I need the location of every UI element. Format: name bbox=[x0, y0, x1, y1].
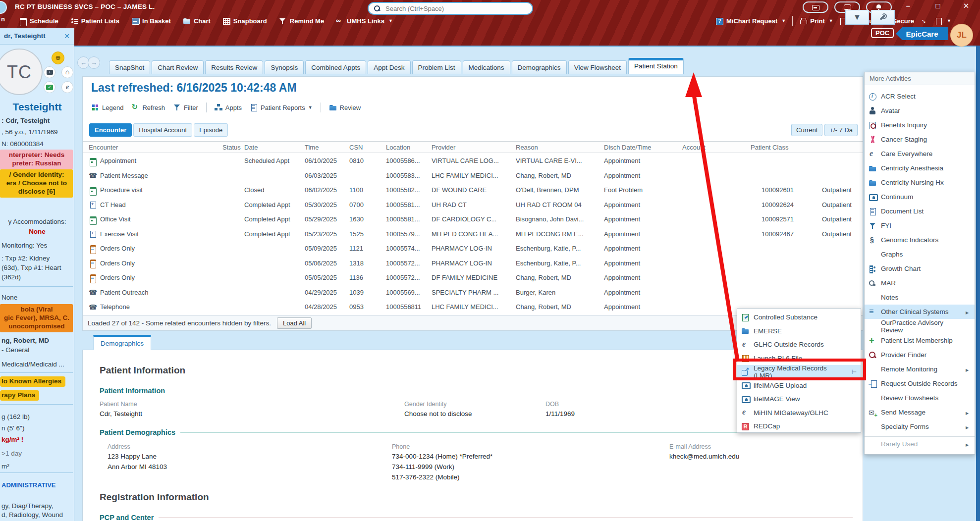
encounter-row[interactable]: Appointment Scheduled Appt 06/10/2025 08… bbox=[83, 154, 863, 168]
activity-tab[interactable]: View Flowsheet bbox=[568, 60, 627, 74]
inbasket-pill-button[interactable] bbox=[803, 1, 828, 13]
menu-item[interactable]: ACR Select bbox=[865, 89, 975, 104]
tab-demographics-report[interactable]: Demographics bbox=[93, 335, 151, 350]
menu-item[interactable]: Centricity Nursing Hx bbox=[865, 175, 975, 190]
activity-tab[interactable]: Results Review bbox=[205, 60, 263, 74]
toolbar-item[interactable]: UMHS Links ▼ bbox=[336, 17, 393, 25]
menu-item[interactable]: Rarely Used bbox=[865, 436, 975, 451]
menu-item[interactable]: Notes bbox=[865, 290, 975, 305]
menu-item[interactable]: Other Clinical Systems bbox=[865, 305, 975, 319]
activity-tab[interactable]: Demographics bbox=[512, 60, 567, 74]
menu-item[interactable]: Send Message bbox=[865, 405, 975, 419]
menu-item[interactable]: Avatar bbox=[865, 104, 975, 118]
interpreter-alert[interactable]: nterpreter: Needspreter: Russian bbox=[0, 150, 73, 169]
menu-item[interactable]: Continuum bbox=[865, 190, 975, 204]
encounter-row[interactable]: Office Visit Completed Appt 05/29/2025 1… bbox=[83, 212, 863, 227]
care-everywhere-icon[interactable]: e bbox=[61, 81, 73, 93]
column-header[interactable]: Disch Date/Time bbox=[604, 144, 682, 151]
more-activities-dropdown-button[interactable]: ▼ bbox=[845, 10, 869, 25]
submenu-item[interactable]: Controlled Substance ⊣ bbox=[737, 311, 861, 324]
date-range-button[interactable]: +/- 7 Da bbox=[824, 124, 858, 136]
user-avatar[interactable]: JL bbox=[950, 24, 973, 47]
customize-wrench-button[interactable] bbox=[871, 10, 895, 25]
column-header[interactable]: Location bbox=[386, 144, 432, 151]
switch-workspace-button[interactable]: ▼ bbox=[935, 17, 951, 25]
encounter-row[interactable]: Patient Outreach 04/29/2025 1039 1000556… bbox=[83, 285, 863, 300]
column-header[interactable]: Time bbox=[305, 144, 349, 151]
menu-item[interactable]: Patient List Membership bbox=[865, 333, 975, 348]
forward-arrow-button[interactable]: → bbox=[88, 56, 100, 69]
verified-monitor-icon[interactable]: ✓ bbox=[44, 81, 55, 93]
menu-item[interactable]: OurPractice Advisory Review bbox=[865, 319, 975, 333]
encounter-tool-button[interactable]: Appts ▼ bbox=[215, 104, 242, 111]
activity-tab[interactable]: Appt Desk bbox=[368, 60, 410, 74]
encounter-tool-button[interactable]: Patient Reports ▼ bbox=[250, 103, 321, 112]
close-button[interactable]: ✕ bbox=[959, 1, 974, 10]
encounter-type-tab[interactable]: Episode bbox=[194, 123, 228, 137]
submenu-item[interactable]: Legacy Medical Records (LMR) ⊣ bbox=[737, 365, 861, 379]
activity-tab[interactable]: SnapShot bbox=[109, 60, 150, 74]
first-aid-kit-icon[interactable]: + bbox=[44, 66, 55, 78]
column-header[interactable]: Status bbox=[222, 144, 244, 151]
toolbar-item[interactable]: Snapboard ▼ bbox=[222, 17, 267, 25]
encounter-row[interactable]: Exercise Visit Completed Appt 05/23/2025… bbox=[83, 227, 863, 242]
activity-tab[interactable]: Medications bbox=[463, 60, 510, 74]
home-icon[interactable]: ⌂ bbox=[61, 66, 73, 78]
submenu-item[interactable]: lifeIMAGE Upload ⊣ bbox=[737, 379, 861, 393]
submenu-item[interactable]: MiHIN MIGateway/GLHC ⊣ bbox=[737, 406, 861, 420]
therapy-plans-badge[interactable]: rapy Plans bbox=[0, 390, 39, 401]
toolbar-item[interactable]: Schedule ▼ bbox=[19, 17, 58, 25]
submenu-item[interactable]: Launch RL6 File ⊣ bbox=[737, 352, 861, 365]
toolbar-item[interactable]: In Basket ▼ bbox=[131, 17, 171, 25]
activity-tab[interactable]: Combined Appts bbox=[305, 60, 366, 74]
menu-item[interactable]: Request Outside Records bbox=[865, 376, 975, 391]
activity-tab[interactable]: Chart Review bbox=[152, 60, 204, 74]
column-header[interactable]: Reason bbox=[516, 144, 604, 151]
minimize-button[interactable]: – bbox=[901, 1, 916, 10]
menu-item[interactable]: MAR bbox=[865, 276, 975, 290]
global-search[interactable] bbox=[368, 2, 533, 15]
submenu-item[interactable]: GLHC Outside Records ⊣ bbox=[737, 338, 861, 352]
specialty-comments-icon[interactable]: ⊕ bbox=[52, 52, 64, 64]
encounter-tool-button[interactable]: Legend ▼ bbox=[91, 104, 123, 111]
patient-tab[interactable]: dr, Testeightt ✕ bbox=[0, 28, 74, 45]
close-patient-icon[interactable]: ✕ bbox=[64, 32, 70, 40]
print-button[interactable]: Print▼ bbox=[799, 17, 833, 25]
expand-button[interactable] bbox=[921, 17, 928, 25]
toolbar-item[interactable]: Remind Me ▼ bbox=[279, 17, 324, 25]
menu-item[interactable]: Growth Chart bbox=[865, 261, 975, 276]
menu-item[interactable]: Specialty Forms bbox=[865, 419, 975, 434]
encounter-row[interactable]: Orders Only 05/05/2025 1136 10005572... … bbox=[83, 270, 863, 285]
menu-item[interactable]: Document List bbox=[865, 204, 975, 218]
date-range-button[interactable]: Current bbox=[791, 124, 822, 136]
allergies-badge[interactable]: lo Known Allergies bbox=[0, 376, 65, 387]
menu-item[interactable]: Care Everywhere bbox=[865, 147, 975, 161]
menu-item[interactable]: Review Flowsheets bbox=[865, 391, 975, 405]
maximize-button[interactable]: □ bbox=[930, 1, 945, 10]
menu-item[interactable]: Remote Monitoring bbox=[865, 362, 975, 376]
column-header[interactable]: Date bbox=[244, 144, 305, 151]
toolbar-item[interactable]: Patient Lists ▼ bbox=[70, 17, 119, 25]
encounter-type-tab[interactable]: Hospital Account bbox=[133, 123, 192, 137]
toolbar-item[interactable]: Chart ▼ bbox=[183, 17, 211, 25]
submenu-item[interactable]: REDCap ⊣ bbox=[737, 419, 861, 433]
encounter-tool-button[interactable]: Refresh ▼ bbox=[131, 104, 165, 111]
column-header[interactable]: Provider bbox=[432, 144, 516, 151]
encounter-row[interactable]: Orders Only 05/09/2025 1121 10005574... … bbox=[83, 241, 863, 256]
patient-photo-avatar[interactable]: TC bbox=[0, 49, 43, 95]
encounter-tool-button[interactable]: Review ▼ bbox=[329, 104, 361, 111]
encounter-type-tab[interactable]: Encounter bbox=[89, 123, 132, 137]
menu-item[interactable]: Provider Finder bbox=[865, 348, 975, 362]
column-header[interactable]: Account bbox=[682, 144, 751, 151]
menu-item[interactable]: Cancer Staging bbox=[865, 132, 975, 147]
encounter-row[interactable]: CT Head Completed Appt 05/30/2025 0700 1… bbox=[83, 198, 863, 212]
load-all-button[interactable]: Load All bbox=[277, 317, 312, 329]
menu-item[interactable]: Benefits Inquiry bbox=[865, 118, 975, 132]
encounter-tool-button[interactable]: Filter ▼ bbox=[173, 103, 207, 112]
menu-item[interactable]: Genomic Indicators bbox=[865, 233, 975, 247]
encounter-row[interactable]: Procedure visit Closed 06/02/2025 1100 1… bbox=[83, 183, 863, 198]
search-input[interactable] bbox=[384, 4, 527, 13]
submenu-item[interactable]: EMERSE ⊣ bbox=[737, 324, 861, 338]
activity-tab[interactable]: Patient Station bbox=[628, 58, 684, 74]
column-header[interactable]: CSN bbox=[349, 144, 386, 151]
